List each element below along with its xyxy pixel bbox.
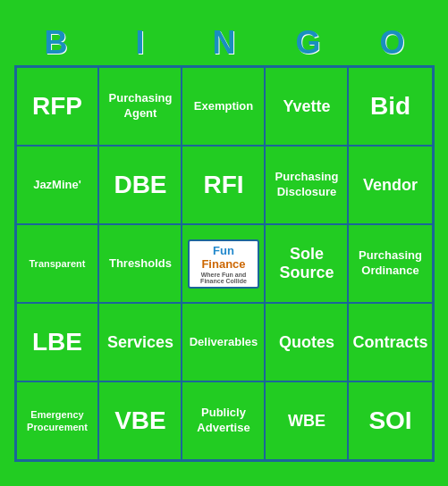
- cell-quotes[interactable]: Quotes: [265, 303, 348, 381]
- cell-vbe[interactable]: VBE: [98, 381, 182, 460]
- cell-thresholds[interactable]: Thresholds: [98, 224, 182, 303]
- cell-sole-source[interactable]: SoleSource: [265, 224, 348, 303]
- cell-transparent[interactable]: Transparent: [16, 224, 99, 303]
- header-b: B: [14, 24, 98, 62]
- header-o: O: [351, 24, 435, 62]
- cell-exemption[interactable]: Exemption: [182, 67, 265, 146]
- cell-fun-finance[interactable]: Fun Finance Where Fun and Finance Collid…: [182, 224, 265, 303]
- cell-dbe[interactable]: DBE: [98, 146, 182, 224]
- cell-purchasing-disclosure[interactable]: PurchasingDisclosure: [265, 146, 348, 224]
- cell-contracts[interactable]: Contracts: [348, 303, 432, 381]
- header-g: G: [266, 24, 351, 62]
- cell-lbe[interactable]: LBE: [16, 303, 99, 381]
- header-i: I: [98, 24, 182, 62]
- bingo-grid: RFP PurchasingAgent Exemption Yvette Bid…: [14, 65, 435, 462]
- cell-soi[interactable]: SOI: [348, 381, 432, 460]
- cell-wbe[interactable]: WBE: [265, 381, 348, 460]
- cell-vendor[interactable]: Vendor: [348, 146, 432, 224]
- cell-yvette[interactable]: Yvette: [265, 67, 348, 146]
- bingo-card: B I N G O RFP PurchasingAgent Exemption …: [5, 15, 444, 471]
- cell-bid[interactable]: Bid: [348, 67, 432, 146]
- cell-rfp[interactable]: RFP: [16, 67, 99, 146]
- cell-jazmine[interactable]: JazMine': [16, 146, 99, 224]
- cell-purchasing-agent[interactable]: PurchasingAgent: [98, 67, 182, 146]
- bingo-header: B I N G O: [14, 24, 435, 62]
- header-n: N: [182, 24, 266, 62]
- cell-rfi[interactable]: RFI: [182, 146, 265, 224]
- cell-purchasing-ordinance[interactable]: PurchasingOrdinance: [348, 224, 432, 303]
- cell-services[interactable]: Services: [98, 303, 182, 381]
- cell-publicly-advertise[interactable]: PubliclyAdvertise: [182, 381, 265, 460]
- fun-finance-logo: Fun Finance Where Fun and Finance Collid…: [188, 239, 259, 289]
- cell-emergency-procurement[interactable]: EmergencyProcurement: [16, 381, 99, 460]
- cell-deliverables[interactable]: Deliverables: [182, 303, 265, 381]
